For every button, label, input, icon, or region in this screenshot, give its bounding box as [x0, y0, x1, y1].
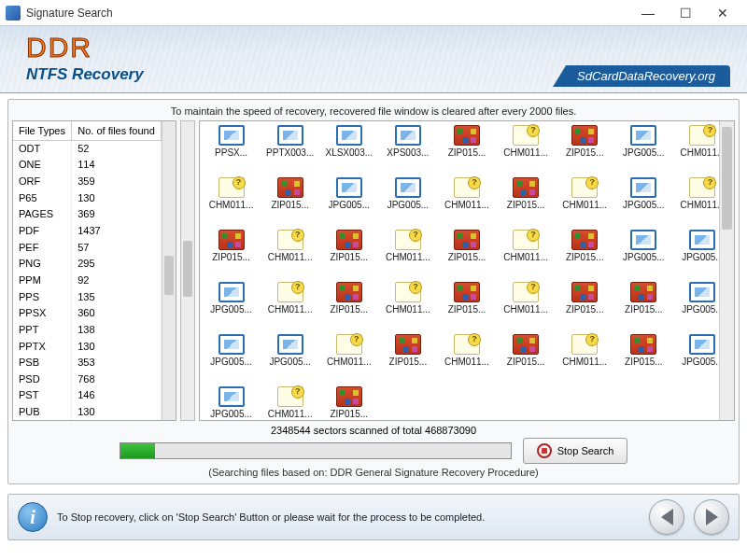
progress-text: 2348544 sectors scanned of total 4688730…: [18, 425, 729, 436]
file-item[interactable]: CHM011...: [556, 177, 614, 226]
file-icon: [277, 177, 303, 198]
file-icon: [336, 282, 362, 302]
table-row[interactable]: ORF359: [13, 173, 162, 189]
file-label: JPG005...: [682, 357, 723, 367]
file-item[interactable]: ZIP015...: [319, 230, 378, 278]
cell-count: 92: [72, 272, 162, 288]
file-icon: [277, 282, 303, 302]
file-label: CHM011...: [268, 304, 313, 315]
table-row[interactable]: PEF57: [13, 239, 162, 256]
file-item[interactable]: XLSX003...: [319, 125, 378, 174]
file-item[interactable]: CHM011...: [261, 230, 319, 278]
file-item[interactable]: JPG005...: [202, 282, 261, 330]
table-row[interactable]: ODT52: [13, 140, 162, 157]
file-label: ZIP015...: [625, 357, 663, 367]
file-item[interactable]: JPG005...: [319, 177, 378, 226]
file-item[interactable]: CHM011...: [319, 334, 378, 383]
file-item[interactable]: CHM011...: [202, 177, 261, 226]
file-item[interactable]: JPG005...: [202, 386, 261, 421]
forward-button[interactable]: [694, 499, 729, 535]
file-item[interactable]: CHM011...: [261, 386, 319, 421]
file-icon: [571, 230, 598, 250]
file-item[interactable]: ZIP015...: [497, 177, 556, 226]
file-item[interactable]: ZIP015...: [378, 334, 437, 383]
cell-count: 359: [72, 173, 162, 189]
file-label: PPSX...: [215, 147, 247, 158]
right-scrollbar[interactable]: [719, 121, 734, 420]
col-files-found[interactable]: No. of files found: [72, 121, 162, 140]
file-item[interactable]: ZIP015...: [202, 230, 261, 278]
back-button[interactable]: [649, 499, 684, 535]
table-row[interactable]: PSB353: [13, 354, 162, 371]
cell-type: PST: [13, 387, 72, 404]
file-item[interactable]: JPG005...: [378, 177, 437, 226]
file-icon: [571, 282, 598, 302]
file-label: JPG005...: [388, 200, 429, 210]
mid-scrollbar[interactable]: [180, 120, 195, 421]
header-subtitle: NTFS Recovery: [26, 65, 144, 84]
table-row[interactable]: PDF1437: [13, 222, 162, 239]
file-types-table[interactable]: File Types No. of files found ODT52ONE11…: [13, 121, 162, 420]
left-scrollbar[interactable]: [162, 121, 176, 420]
file-icon: [277, 230, 303, 250]
chevron-right-icon: [706, 509, 718, 525]
col-file-types[interactable]: File Types: [13, 121, 72, 140]
file-label: CHM011...: [386, 304, 430, 315]
file-item[interactable]: ZIP015...: [614, 334, 673, 383]
table-row[interactable]: P65130: [13, 189, 162, 206]
close-button[interactable]: ✕: [704, 0, 741, 26]
file-item[interactable]: ZIP015...: [437, 282, 496, 330]
file-item[interactable]: JPG005...: [614, 177, 673, 226]
file-item[interactable]: JPG005...: [261, 334, 319, 383]
file-item[interactable]: ZIP015...: [261, 177, 319, 226]
table-row[interactable]: PPT138: [13, 321, 162, 338]
file-item[interactable]: CHM011...: [556, 334, 614, 383]
table-row[interactable]: ONE114: [13, 157, 162, 174]
file-grid[interactable]: PPSX...PPTX003...XLSX003...XPS003...ZIP0…: [200, 121, 734, 421]
minimize-button[interactable]: —: [629, 0, 667, 26]
maximize-button[interactable]: ☐: [667, 0, 704, 26]
stop-search-button[interactable]: Stop Search: [523, 438, 628, 464]
file-item[interactable]: CHM011...: [497, 125, 556, 174]
file-item[interactable]: ZIP015...: [319, 386, 378, 421]
table-row[interactable]: PPS135: [13, 288, 162, 305]
file-item[interactable]: ZIP015...: [437, 230, 496, 278]
file-item[interactable]: JPG005...: [614, 125, 673, 174]
file-item[interactable]: CHM011...: [261, 282, 319, 330]
table-row[interactable]: PPSX360: [13, 304, 162, 321]
file-label: CHM011...: [503, 252, 548, 262]
file-item[interactable]: CHM011...: [378, 282, 437, 330]
file-item[interactable]: JPG005...: [202, 334, 261, 383]
file-item[interactable]: ZIP015...: [437, 125, 496, 174]
table-row[interactable]: PST146: [13, 387, 162, 404]
table-row[interactable]: PUB130: [13, 403, 162, 420]
file-item[interactable]: ZIP015...: [497, 334, 556, 383]
brand-logo: DDR: [26, 32, 92, 63]
file-item[interactable]: CHM011...: [437, 177, 496, 226]
file-label: CHM011...: [562, 200, 607, 210]
table-row[interactable]: PSD768: [13, 371, 162, 387]
file-item[interactable]: CHM011...: [497, 230, 556, 278]
header-banner: DDR NTFS Recovery SdCardDataRecovery.org: [0, 26, 747, 93]
file-item[interactable]: ZIP015...: [319, 282, 378, 330]
file-item[interactable]: JPG005...: [614, 230, 673, 278]
file-item[interactable]: CHM011...: [497, 282, 556, 330]
file-item[interactable]: ZIP015...: [614, 282, 673, 330]
file-item[interactable]: ZIP015...: [556, 125, 614, 174]
file-item[interactable]: ZIP015...: [556, 282, 614, 330]
table-row[interactable]: PAGES369: [13, 206, 162, 223]
table-row[interactable]: PNG295: [13, 255, 162, 272]
file-icon: [218, 386, 245, 407]
file-item[interactable]: PPSX...: [202, 125, 261, 174]
file-item[interactable]: XPS003...: [378, 125, 437, 174]
file-item[interactable]: PPTX003...: [261, 125, 319, 174]
table-row[interactable]: PPM92: [13, 272, 162, 288]
file-label: ZIP015...: [330, 409, 368, 419]
file-item[interactable]: CHM011...: [378, 230, 437, 278]
table-row[interactable]: PPTX130: [13, 338, 162, 355]
cell-count: 130: [72, 189, 162, 206]
footer-hint: To Stop recovery, click on 'Stop Search'…: [57, 511, 640, 523]
file-item[interactable]: ZIP015...: [556, 230, 614, 278]
file-item[interactable]: CHM011...: [437, 334, 496, 383]
cell-type: PPTX: [13, 338, 72, 355]
